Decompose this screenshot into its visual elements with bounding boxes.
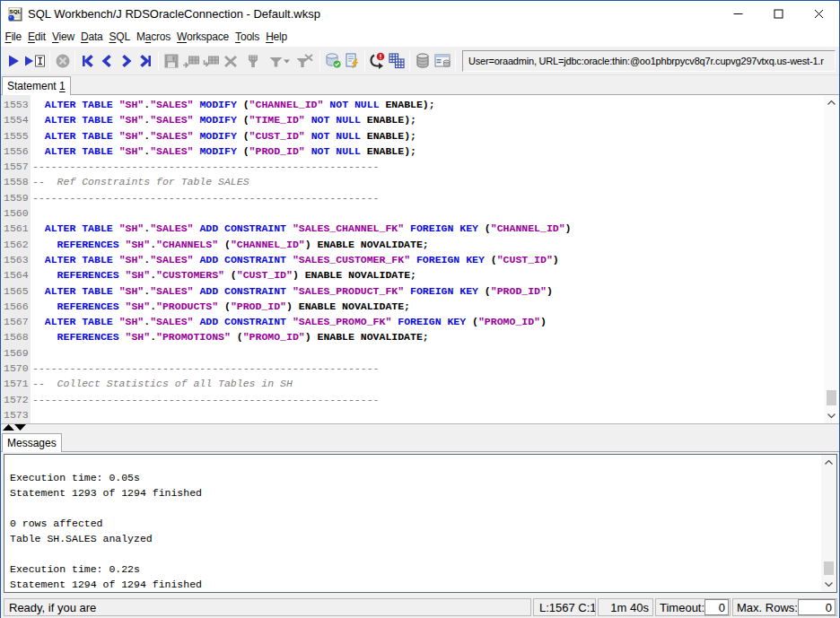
menu-view[interactable]: View [48,29,77,45]
rollback-button[interactable] [342,49,362,73]
code-line-1556: ALTER TABLE "SH"."SALES" MODIFY ("PROD_I… [32,144,839,159]
prev-row-icon [99,53,115,69]
editor-scroll-track[interactable] [824,110,839,408]
filter-remove-button[interactable] [292,49,317,73]
code-line-1558: -- Ref Constraints for Table SALES [32,174,839,189]
prev-row-button[interactable] [98,49,118,73]
status-message: Ready, if you are [4,598,531,616]
connection-info-text: User=oraadmin, URL=jdbc:oracle:thin:@oo1… [463,56,824,66]
code-line-1573 [32,407,839,422]
execute-current-icon [23,53,47,69]
db-explorer-icon [433,52,451,69]
collapse-up-icon[interactable] [3,424,14,431]
commit-button[interactable] [323,49,342,73]
max-rows-segment: Max. Rows: 0 [732,598,837,616]
close-icon [814,9,824,19]
filter-dropdown-button[interactable] [266,49,292,73]
code-line-1572: ----------------------------------------… [32,392,839,407]
execution-timer: 1m 40s [598,598,653,616]
filter-remove-icon [295,53,313,69]
cursor-position: L:1567 C:1 [533,598,596,616]
tab-statement-1[interactable]: Statement 1 [2,76,71,95]
cancel-button[interactable] [53,49,72,73]
menu-edit[interactable]: Edit [25,29,49,45]
db-explorer-button[interactable] [433,49,452,73]
tab-messages[interactable]: Messages [2,433,62,452]
minimize-icon [733,9,743,19]
code-line-1554: ALTER TABLE "SH"."SALES" MODIFY ("TIME_I… [32,112,839,127]
menu-macros[interactable]: Macros [133,29,173,45]
messages-scroll-thumb[interactable] [824,561,834,575]
code-line-1561: ALTER TABLE "SH"."SALES" ADD CONSTRAINT … [32,221,839,236]
next-row-icon [118,53,135,69]
connection-info-box: User=oraadmin, URL=jdbc:oracle:thin:@oo1… [462,50,836,72]
close-button[interactable] [799,1,839,27]
menu-tools[interactable]: Tools [232,29,263,45]
toolbar: User=oraadmin, URL=jdbc:oracle:thin:@oo1… [1,47,839,75]
editor-scroll-thumb[interactable] [827,390,836,405]
sql-editor[interactable]: 1553 1554 1555 1556 1557 1558 1559 1560 … [1,95,839,423]
menu-workspace[interactable]: Workspace [174,29,232,45]
sql-code-area[interactable]: ALTER TABLE "SH"."SALES" MODIFY ("CHANNE… [31,95,839,423]
max-rows-label: Max. Rows: [737,601,798,614]
scroll-up-arrow[interactable] [824,95,839,110]
messages-scroll-track[interactable] [821,470,836,577]
split-divider[interactable] [1,423,839,431]
minimize-button[interactable] [718,1,758,27]
menu-data[interactable]: Data [77,29,106,45]
code-line-1567: ALTER TABLE "SH"."SALES" ADD CONSTRAINT … [32,314,839,329]
maximize-button[interactable] [758,1,799,27]
filter-dropdown-icon [268,53,290,69]
first-row-icon [80,53,96,69]
title-bar: SQL SQL Workbench/J RDSOracleConnection … [1,1,839,27]
timeout-label: Timeout: [660,601,704,614]
max-rows-input[interactable]: 0 [798,599,836,615]
copy-row-icon [202,53,220,69]
app-icon: SQL [8,7,22,22]
code-line-1566: REFERENCES "SH"."PRODUCTS" ("PROD_ID") E… [32,299,839,314]
execute-current-button[interactable] [22,49,47,73]
execute-all-button[interactable] [4,49,22,73]
toolbar-separator [364,51,365,71]
filter-icon [245,53,261,69]
next-row-button[interactable] [117,49,136,73]
toolbar-separator [49,51,50,71]
first-row-button[interactable] [78,49,98,73]
table-list-icon [388,52,406,69]
scroll-up-arrow[interactable] [821,455,836,470]
code-line-1570: ----------------------------------------… [32,361,839,376]
code-line-1568: REFERENCES "SH"."PROMOTIONS" ("PROMO_ID"… [32,329,839,344]
reconnect-button[interactable] [368,49,387,73]
status-bar: Ready, if you are L:1567 C:1 1m 40s Time… [1,595,839,618]
scroll-down-arrow[interactable] [821,577,836,592]
scroll-down-arrow[interactable] [824,408,839,423]
editor-scrollbar[interactable] [824,95,839,423]
copy-row-button[interactable] [201,49,221,73]
window-title: SQL Workbench/J RDSOracleConnection - De… [28,7,320,21]
code-line-1564: REFERENCES "SH"."CUSTOMERS" ("CUST_ID") … [32,267,839,283]
database-icon [415,52,431,69]
menu-sql[interactable]: SQL [106,29,133,45]
timeout-segment: Timeout: 0 [655,598,731,616]
save-button[interactable] [162,49,181,73]
last-row-button[interactable] [136,49,156,73]
delete-row-button[interactable] [221,49,241,73]
reconnect-icon [369,52,386,69]
code-line-1560 [32,205,839,221]
delete-row-icon [223,53,239,69]
insert-row-button[interactable] [181,49,201,73]
menu-help[interactable]: Help [263,29,291,45]
collapse-down-icon[interactable] [14,424,26,431]
app-window: SQL SQL Workbench/J RDSOracleConnection … [0,0,840,618]
table-list-button[interactable] [387,49,407,73]
window-controls [718,1,839,27]
cancel-icon [55,53,71,69]
messages-scrollbar[interactable] [821,455,836,592]
timeout-input[interactable]: 0 [704,599,729,615]
code-line-1569 [32,345,839,361]
filter-button[interactable] [241,49,266,73]
database-button[interactable] [413,49,433,73]
messages-panel[interactable]: Execution time: 0.05s Statement 1293 of … [4,454,837,593]
menu-file[interactable]: File [2,29,25,45]
code-line-1553: ALTER TABLE "SH"."SALES" MODIFY ("CHANNE… [32,97,839,112]
